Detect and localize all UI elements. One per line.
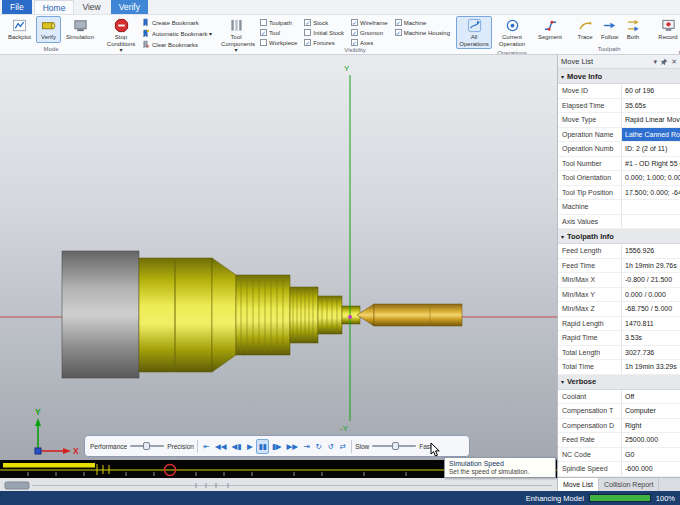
- property-row-rapid-length[interactable]: Rapid Length1470.811: [558, 317, 680, 332]
- property-row-axis-values[interactable]: Axis Values: [558, 215, 680, 230]
- property-row-operation-name[interactable]: Operation NameLathe Canned Rough: [558, 128, 680, 143]
- speed-slider[interactable]: [372, 441, 416, 451]
- checkbox-machine-housing[interactable]: ✓: [395, 29, 402, 36]
- follow-button[interactable]: Follow: [598, 16, 620, 43]
- property-row-total-time[interactable]: Total Time1h 19min 33.29s: [558, 360, 680, 375]
- go-to-end-button[interactable]: ⇥: [301, 439, 312, 454]
- visibility-option-gnomon[interactable]: ✓Gnomon: [351, 29, 388, 36]
- visibility-option-fixtures[interactable]: ✓Fixtures: [304, 39, 344, 46]
- property-row-tool-tip-position[interactable]: Tool Tip Position17.500; 0.000; -64.8: [558, 186, 680, 201]
- visibility-option-toolpath[interactable]: Toolpath: [260, 19, 297, 26]
- pause-button[interactable]: ▮▮: [256, 439, 268, 454]
- section-header-move-info[interactable]: ▾Move Info: [558, 69, 680, 84]
- checkbox-wireframe[interactable]: ✓: [351, 19, 358, 26]
- all-operations-button[interactable]: All Operations: [456, 16, 492, 49]
- stop-conditions-label: Stop Conditions ▾: [106, 34, 136, 54]
- current-operation-button[interactable]: Current Operation: [494, 16, 530, 49]
- checkbox-axes[interactable]: ✓: [351, 39, 358, 46]
- chevron-down-icon[interactable]: ▾: [654, 58, 658, 66]
- property-row-tool-number[interactable]: Tool Number#1 - OD Right 55 de: [558, 157, 680, 172]
- simulation-button[interactable]: Simulation: [63, 16, 97, 43]
- both-button[interactable]: Both: [622, 16, 644, 43]
- tab-verify[interactable]: Verify: [111, 0, 148, 14]
- property-row-machine[interactable]: Machine: [558, 200, 680, 215]
- status-bar: Enhancing Model 100%: [0, 491, 680, 505]
- property-row-move-type[interactable]: Move TypeRapid Linear Move: [558, 113, 680, 128]
- checkbox-machine[interactable]: ✓: [395, 19, 402, 26]
- section-header-verbose[interactable]: ▾Verbose: [558, 375, 680, 390]
- stop-conditions-button[interactable]: Stop Conditions ▾: [103, 16, 139, 55]
- scrollbar-handle[interactable]: [5, 482, 29, 489]
- checkbox-stock[interactable]: ✓: [304, 19, 311, 26]
- checkbox-initial-stock[interactable]: [304, 29, 311, 36]
- tool-components-button[interactable]: Tool Components ▾: [218, 16, 254, 55]
- slider-knob[interactable]: [392, 442, 399, 450]
- visibility-option-stock[interactable]: ✓Stock: [304, 19, 344, 26]
- create-bookmark-button[interactable]: Create Bookmark: [141, 18, 212, 27]
- visibility-option-machine-housing[interactable]: ✓Machine Housing: [395, 29, 450, 36]
- property-row-rapid-time[interactable]: Rapid Time3.53s: [558, 331, 680, 346]
- timeline-scrollbar[interactable]: [0, 478, 557, 491]
- visibility-option-tool[interactable]: ✓Tool: [260, 29, 297, 36]
- visibility-option-initial-stock[interactable]: Initial Stock: [304, 29, 344, 36]
- visibility-option-workpiece[interactable]: Workpiece: [260, 39, 297, 46]
- checkbox-fixtures[interactable]: ✓: [304, 39, 311, 46]
- property-row-compensation-t[interactable]: Compensation TComputer: [558, 404, 680, 419]
- slider-knob[interactable]: [143, 442, 150, 450]
- loop-button[interactable]: ↻: [313, 439, 324, 454]
- visibility-option-axes[interactable]: ✓Axes: [351, 39, 388, 46]
- property-value: 1470.811: [622, 317, 680, 331]
- backplot-button[interactable]: Backplot: [5, 16, 34, 43]
- performance-precision-slider[interactable]: [130, 441, 164, 451]
- close-icon[interactable]: ✕: [671, 58, 677, 66]
- visibility-option-machine[interactable]: ✓Machine: [395, 19, 450, 26]
- play-button[interactable]: ▶: [244, 439, 255, 454]
- checkbox-toolpath[interactable]: [260, 19, 267, 26]
- checkbox-gnomon[interactable]: ✓: [351, 29, 358, 36]
- visibility-option-wireframe[interactable]: ✓Wireframe: [351, 19, 388, 26]
- property-row-feed-time[interactable]: Feed Time1h 19min 29.76s: [558, 259, 680, 274]
- property-row-spindle-speed[interactable]: Spindle Speed-600.000: [558, 462, 680, 477]
- property-row-coolant[interactable]: CoolantOff: [558, 390, 680, 405]
- property-row-min-max-y[interactable]: Min/Max Y0.000 / 0.000: [558, 288, 680, 303]
- tab-home[interactable]: Home: [34, 0, 75, 14]
- tab-file[interactable]: File: [2, 0, 32, 14]
- ribbon-group-demonstration-tools: RecordRecording Options ▾Save Presentati…: [647, 15, 680, 54]
- verify-button[interactable]: Verify: [36, 16, 61, 43]
- panel-tab-move-list[interactable]: Move List: [558, 478, 599, 491]
- trace-button[interactable]: Trace: [574, 16, 596, 43]
- verify-label: Verify: [39, 34, 58, 41]
- property-row-nc-code[interactable]: NC CodeG0: [558, 448, 680, 463]
- bookmark-clear-icon: [141, 40, 150, 49]
- property-row-total-length[interactable]: Total Length3027.736: [558, 346, 680, 361]
- viewport-3d[interactable]: Y -Y Y X Performance Precision: [0, 55, 557, 460]
- simulation-scene: Y -Y Y X: [0, 55, 557, 460]
- replay-button[interactable]: ↺: [325, 439, 336, 454]
- property-row-move-id[interactable]: Move ID60 of 196: [558, 84, 680, 99]
- fast-forward-button[interactable]: ▶▶: [285, 439, 301, 454]
- property-row-operation-numb[interactable]: Operation NumbID: 2 (2 of 11): [558, 142, 680, 157]
- property-row-min-max-x[interactable]: Min/Max X-0.800 / 21.500: [558, 273, 680, 288]
- property-row-feed-rate[interactable]: Feed Rate25000.000: [558, 433, 680, 448]
- auto-reverse-button[interactable]: ⇄: [337, 439, 348, 454]
- step-back-button[interactable]: ◀▮: [230, 439, 244, 454]
- segment-button[interactable]: Segment: [532, 16, 568, 43]
- checkbox-tool[interactable]: ✓: [260, 29, 267, 36]
- property-row-min-max-z[interactable]: Min/Max Z-68.750 / 5.000: [558, 302, 680, 317]
- panel-tab-collision-report[interactable]: Collision Report: [599, 478, 659, 491]
- property-row-tool-orientation[interactable]: Tool Orientation0.000; 1.000; 0.000: [558, 171, 680, 186]
- record-button[interactable]: Record: [650, 16, 680, 43]
- rewind-button[interactable]: ◀◀: [213, 439, 229, 454]
- property-row-feed-length[interactable]: Feed Length1556.926: [558, 244, 680, 259]
- step-forward-button[interactable]: ▮▶: [270, 439, 284, 454]
- pin-icon[interactable]: [660, 58, 668, 66]
- property-row-compensation-d[interactable]: Compensation DRight: [558, 419, 680, 434]
- section-header-toolpath-info[interactable]: ▾Toolpath Info: [558, 229, 680, 244]
- tab-view[interactable]: View: [74, 0, 108, 14]
- checkbox-workpiece[interactable]: [260, 39, 267, 46]
- visibility-column: ✓Machine✓Machine Housing: [395, 16, 450, 36]
- go-to-start-button[interactable]: ⇤: [201, 439, 212, 454]
- clear-bookmarks-button[interactable]: Clear Bookmarks: [141, 40, 212, 49]
- automatic-bookmark-button[interactable]: Automatic Bookmark ▾: [141, 29, 212, 38]
- property-row-elapsed-time[interactable]: Elapsed Time35.65s: [558, 99, 680, 114]
